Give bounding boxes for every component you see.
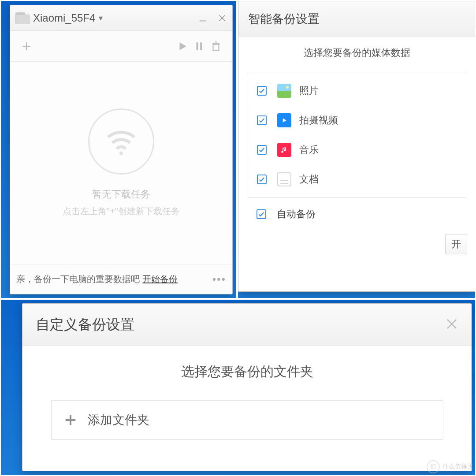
toolbar [10,31,232,62]
music-icon [277,143,291,157]
window-title: 自定义备份设置 [36,315,134,335]
section-heading: 选择您要备份的文件夹 [181,363,313,381]
media-label: 拍摄视频 [299,114,338,127]
folder-list: 添加文件夹 [51,400,443,440]
empty-subtitle: 点击左上角"+"创建新下载任务 [63,205,180,217]
download-window: Xiaomi_55F4 ▾ [10,5,233,294]
media-label: 照片 [299,84,319,97]
titlebar: Xiaomi_55F4 ▾ [10,5,232,31]
svg-marker-5 [180,42,186,50]
checkbox-photos[interactable] [257,86,267,96]
checkbox-docs[interactable] [257,175,267,184]
media-row-video[interactable]: 拍摄视频 [247,105,467,135]
media-list: 照片 拍摄视频 音乐 文档 [247,72,467,198]
smart-backup-window: 智能备份设置 选择您要备份的媒体数据 照片 拍摄视频 [238,1,475,292]
document-icon [277,172,291,186]
device-title[interactable]: Xiaomi_55F4 [33,12,95,24]
pause-button[interactable] [191,38,208,55]
svg-point-11 [119,152,123,155]
plus-icon [64,413,77,427]
wifi-icon [88,108,154,175]
checkbox-music[interactable] [257,145,267,155]
folder-icon [15,12,29,24]
auto-backup-label: 自动备份 [277,208,316,221]
svg-rect-6 [197,42,198,50]
window-title: 智能备份设置 [248,11,320,27]
empty-title: 暂无下载任务 [92,188,150,201]
media-label: 文档 [299,173,319,186]
minimize-button[interactable] [198,13,208,23]
play-button[interactable] [174,38,191,55]
backup-hint-text: 亲，备份一下电脑的重要数据吧 [16,273,140,285]
media-label: 音乐 [299,143,319,156]
more-button[interactable]: ••• [212,273,226,286]
video-icon [277,113,291,127]
media-row-photos[interactable]: 照片 [247,76,467,105]
start-button-label: 开 [451,238,461,251]
empty-state: 暂无下载任务 点击左上角"+"创建新下载任务 [10,62,232,264]
close-button[interactable] [445,317,458,332]
checkbox-video[interactable] [257,115,267,125]
checkbox-auto[interactable] [257,209,266,219]
custom-backup-window: 自定义备份设置 选择您要备份的文件夹 添加文件夹 [22,303,472,471]
svg-marker-12 [283,118,286,122]
add-folder-button[interactable]: 添加文件夹 [52,401,443,439]
start-backup-link[interactable]: 开始备份 [142,273,178,285]
titlebar: 智能备份设置 [238,1,475,37]
section-heading: 选择您要备份的媒体数据 [304,46,410,60]
media-row-docs[interactable]: 文档 [247,164,467,194]
media-row-music[interactable]: 音乐 [247,135,467,164]
add-folder-label: 添加文件夹 [88,412,149,428]
photo-icon [277,84,291,98]
delete-button[interactable] [208,38,224,55]
bottom-bar: 亲，备份一下电脑的重要数据吧 开始备份 ••• [10,264,232,294]
titlebar: 自定义备份设置 [22,304,472,346]
svg-rect-8 [213,44,219,50]
add-task-button[interactable] [18,38,35,55]
chevron-down-icon[interactable]: ▾ [99,13,103,23]
auto-backup-row[interactable]: 自动备份 [247,208,467,221]
svg-rect-7 [200,42,202,50]
start-button[interactable]: 开 [445,234,467,254]
close-button[interactable] [217,13,227,23]
